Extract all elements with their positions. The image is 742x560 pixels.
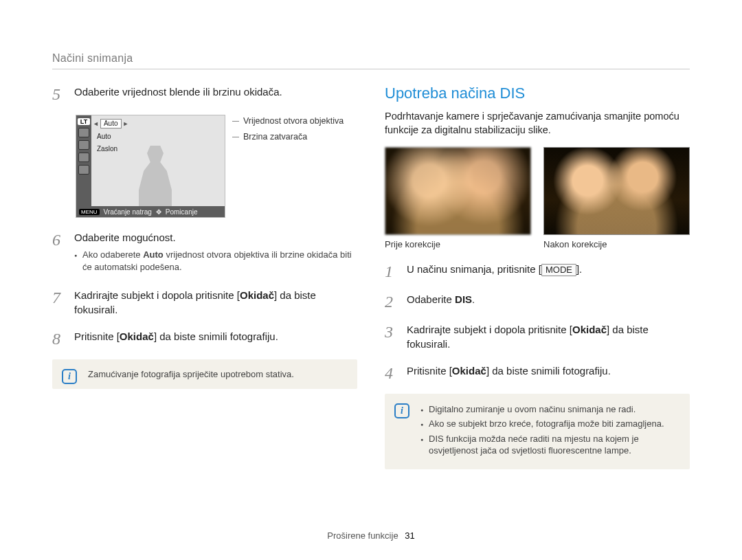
section-intro: Podrhtavanje kamere i sprječavanje zamuć… — [385, 109, 690, 137]
step-4: 4 Pritisnite [Okidač] da biste snimili f… — [385, 363, 690, 381]
lcd-icon — [78, 128, 89, 137]
page-footer: Proširene funkcije 31 — [0, 530, 742, 541]
lcd-icon — [78, 165, 89, 175]
annotation-shutter: Brzina zatvarača — [235, 131, 344, 144]
step-3: 3 Kadrirajte subjekt i dopola pritisnite… — [385, 322, 690, 351]
step-number: 3 — [385, 322, 398, 351]
lcd-value: Zaslon — [97, 145, 117, 153]
photo-before — [385, 147, 531, 235]
footer-label: Proširene funkcije — [327, 530, 398, 541]
page-number: 31 — [405, 530, 414, 541]
lcd-icon — [78, 153, 89, 162]
lcd-row-shutter: Auto — [93, 131, 111, 142]
mode-key: MODE — [541, 264, 576, 277]
lcd-screen: LT ◄ Auto ► Auto Zaslon — [76, 115, 225, 218]
info-text: Zamućivanje fotograﬁja spriječite upotre… — [88, 369, 294, 379]
info-box: i Digitalno zumiranje u ovom načinu snim… — [385, 394, 690, 469]
lcd-lt-badge: LT — [78, 118, 90, 125]
info-box: i Zamućivanje fotograﬁja spriječite upot… — [52, 359, 357, 389]
before-after-photos: Prije korekcije Nakon korekcije — [385, 147, 690, 249]
lcd-row-aperture: ◄ Auto ► — [93, 118, 128, 129]
right-column: Upotreba načina DIS Podrhtavanje kamere … — [385, 85, 690, 469]
info-bullet: Digitalno zumiranje u ovom načinu sniman… — [420, 403, 677, 416]
left-column: 5 Odaberite vrijednost blende ili brzinu… — [52, 85, 357, 469]
lcd-illustration: LT ◄ Auto ► Auto Zaslon — [76, 115, 357, 218]
lcd-footer: MENU Vraćanje natrag ✥ Pomicanje — [76, 206, 225, 217]
breadcrumb: Načini snimanja — [52, 52, 690, 69]
caption-before: Prije korekcije — [385, 239, 531, 249]
lcd-sidebar: LT — [76, 115, 91, 217]
step-8: 8 Pritisnite [Okidač] da biste snimili f… — [52, 329, 357, 347]
step-number: 8 — [52, 329, 66, 347]
lcd-value: Auto — [97, 133, 111, 140]
note-icon: i — [62, 369, 77, 384]
lcd-annotations: Vrijednost otvora objektiva Brzina zatva… — [235, 115, 344, 144]
note-icon: i — [394, 403, 409, 418]
dpad-icon: ✥ — [156, 208, 161, 216]
info-bullet: DIS funkcija možda neće raditi na mjestu… — [420, 433, 677, 457]
step-number: 2 — [385, 292, 398, 310]
info-bullet: Ako se subjekt brzo kreće, fotograﬁja mo… — [420, 418, 677, 430]
caption-after: Nakon korekcije — [543, 239, 690, 249]
person-silhouette-icon — [135, 146, 176, 209]
step-1: 1 U načinu snimanja, pritisnite [MODE]. — [385, 262, 690, 280]
step-text: Odaberite DIS. — [407, 292, 690, 310]
annotation-aperture: Vrijednost otvora objektiva — [235, 115, 344, 128]
step-number: 6 — [52, 230, 66, 276]
menu-badge: MENU — [79, 209, 100, 215]
section-heading: Upotreba načina DIS — [385, 85, 690, 102]
step-text: U načinu snimanja, pritisnite [MODE]. — [407, 262, 690, 280]
step-text: Kadrirajte subjekt i dopola pritisnite [… — [74, 288, 357, 317]
step-text: Odaberite mogućnost. Ako odaberete Auto … — [74, 230, 357, 276]
info-list: Digitalno zumiranje u ovom načinu sniman… — [420, 403, 677, 457]
lcd-move-label: Pomicanje — [166, 208, 198, 216]
step-text: Pritisnite [Okidač] da biste snimili fot… — [74, 329, 357, 347]
step-number: 7 — [52, 288, 66, 317]
left-arrow-icon: ◄ — [93, 120, 99, 127]
lcd-row-screen: Zaslon — [93, 143, 117, 154]
step-number: 1 — [385, 262, 398, 280]
right-arrow-icon: ► — [123, 120, 129, 127]
lcd-value: Auto — [100, 119, 122, 128]
photo-after — [543, 147, 690, 235]
step-6-bullet: Ako odaberete Auto vrijednost otvora obj… — [74, 249, 357, 273]
step-2: 2 Odaberite DIS. — [385, 292, 690, 310]
step-text: Odaberite vrijednost blende ili brzinu o… — [74, 85, 357, 102]
step-7: 7 Kadrirajte subjekt i dopola pritisnite… — [52, 288, 357, 317]
step-text: Kadrirajte subjekt i dopola pritisnite [… — [407, 322, 690, 351]
step-5: 5 Odaberite vrijednost blende ili brzinu… — [52, 85, 357, 102]
step-number: 4 — [385, 363, 398, 381]
lcd-back-label: Vraćanje natrag — [104, 208, 152, 216]
lcd-icon — [78, 140, 89, 150]
step-6: 6 Odaberite mogućnost. Ako odaberete Aut… — [52, 230, 357, 276]
step-text: Pritisnite [Okidač] da biste snimili fot… — [407, 363, 690, 381]
step-number: 5 — [52, 85, 66, 102]
